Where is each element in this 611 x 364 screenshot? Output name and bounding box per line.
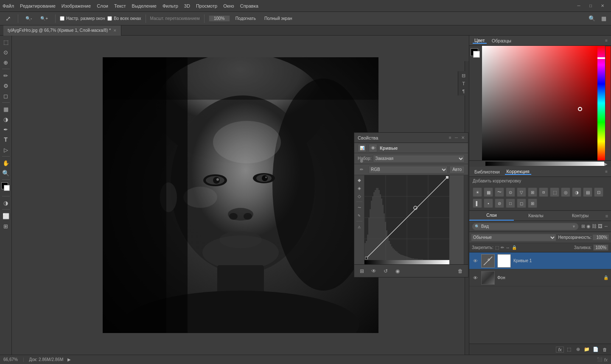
props-collapse-icon[interactable]: ─ — [455, 135, 458, 140]
menu-layers[interactable]: Слои — [97, 3, 108, 8]
gradient-corr-btn[interactable]: ▤ — [583, 188, 592, 197]
zoom-in-button[interactable]: 🔍+ — [37, 15, 51, 22]
channels-tab[interactable]: Каналы — [514, 211, 558, 221]
document-tab[interactable]: tylAygFxHro.jpg @ 66,7% (Кривые 1, Слой-… — [3, 25, 121, 36]
arrange-icon[interactable]: ⊞ — [1, 221, 11, 231]
color-swatches[interactable] — [1, 182, 11, 193]
adjustment-icon-2[interactable]: T — [462, 81, 465, 86]
fx-status-icon[interactable]: fx — [604, 357, 608, 362]
menu-window[interactable]: Окно — [223, 3, 234, 8]
paths-tab[interactable]: Контуры — [558, 211, 603, 221]
menu-select[interactable]: Выделение — [132, 3, 157, 8]
posterize-corr-btn[interactable]: ▪ — [484, 199, 493, 208]
select-tool-icon[interactable]: ⬚ — [1, 37, 11, 47]
lasso-tool-icon[interactable]: ⊙ — [1, 48, 11, 57]
curves-icon-btn[interactable]: 📊 — [358, 144, 366, 152]
pen-tool-icon[interactable]: ✒ — [1, 125, 11, 134]
delete-adj-icon[interactable]: 🗑 — [456, 267, 465, 275]
move-tool-icon[interactable]: ⤢ — [3, 13, 14, 24]
lock-artboard-icon[interactable]: ↔ — [506, 245, 510, 250]
props-options-icon[interactable]: ≡ — [449, 135, 451, 140]
exposure-corr-btn[interactable]: ⊙ — [506, 188, 515, 197]
eye-icon-btn[interactable]: 👁 — [369, 144, 377, 152]
screen-mode-icon[interactable]: ⬜ — [1, 211, 11, 221]
color-gradient-box[interactable] — [482, 46, 597, 160]
levels-corr-btn[interactable]: ▦ — [484, 188, 493, 197]
layers-filter-dropdown[interactable]: 🔍 Вид ▼ — [472, 223, 579, 230]
threshold-corr-btn[interactable]: ▌ — [473, 199, 482, 208]
eraser-tool-icon[interactable]: ◻ — [1, 91, 11, 101]
lock-pixel-icon[interactable]: ⬚ — [495, 245, 499, 250]
opacity-bar[interactable] — [605, 46, 611, 160]
type-tool-icon[interactable]: T — [1, 135, 11, 144]
menu-3d[interactable]: 3D — [184, 3, 190, 8]
swatches-tab[interactable]: Образцы — [490, 38, 513, 43]
new-mask-footer-btn[interactable]: ⬚ — [565, 346, 573, 353]
pencil-draw-tool[interactable]: ✎ — [356, 212, 363, 219]
layers-tab[interactable]: Слои — [469, 211, 514, 221]
tab-close-icon[interactable]: ✕ — [113, 28, 117, 33]
eye-footer-icon[interactable]: 👁 — [370, 267, 378, 275]
selectivecolor-corr-btn[interactable]: ⊡ — [594, 188, 603, 197]
eyedropper-gray-tool[interactable]: ◈ — [356, 185, 363, 191]
mask-icon[interactable]: 🖼 — [598, 224, 603, 229]
color-panel-options-icon[interactable]: ≡ — [605, 38, 608, 43]
fill-value[interactable]: 100% — [593, 244, 608, 251]
visibility-icon[interactable]: ◉ — [393, 267, 402, 275]
pattern-corr-btn[interactable]: ⊞ — [528, 199, 537, 208]
fg-bg-swatches[interactable] — [471, 48, 481, 59]
curve-point-tool[interactable]: ⊕ — [358, 157, 365, 165]
color-tab[interactable]: Цвет — [473, 38, 487, 44]
photofilter-corr-btn[interactable]: ◎ — [561, 188, 570, 197]
zoom-input[interactable]: 100% — [209, 15, 230, 22]
auto-button[interactable]: Авто — [449, 166, 465, 174]
smooth-tool[interactable]: 〜 — [356, 204, 363, 211]
new-adj-footer-btn[interactable]: ⊕ — [574, 346, 582, 353]
zoom-out-button[interactable]: 🔍- — [22, 15, 35, 22]
menu-text[interactable]: Текст — [114, 3, 126, 8]
curves-corr-btn[interactable]: 〜 — [495, 188, 504, 197]
link-icon[interactable]: ⛓ — [592, 224, 597, 229]
layer-item-background[interactable]: 👁 Фон 🔒 — [469, 269, 611, 286]
quick-mask-icon[interactable]: ◑ — [1, 198, 11, 207]
dodge-tool-icon[interactable]: ◑ — [1, 115, 11, 124]
timeline-icon[interactable]: ⬛ — [597, 357, 602, 362]
lock-all-icon[interactable]: 🔒 — [512, 245, 517, 250]
clips-icon[interactable]: ⊞ — [358, 267, 366, 275]
new-group-footer-btn[interactable]: 📁 — [583, 346, 591, 353]
color-spectrum-bar[interactable] — [597, 46, 605, 160]
curves-scrollbar[interactable] — [464, 175, 468, 264]
gradient-tool-icon[interactable]: ▦ — [1, 104, 11, 114]
vibrance-corr-btn[interactable]: ▽ — [517, 188, 526, 197]
eyedropper-black-tool[interactable]: ◆ — [356, 176, 363, 183]
new-group-icon[interactable]: ⊞ — [581, 224, 585, 229]
size-checkbox[interactable] — [60, 16, 64, 21]
curve-draw-tool[interactable]: ✏ — [358, 166, 365, 174]
brightness-corr-btn[interactable]: ☀ — [473, 188, 482, 197]
crop-tool-icon[interactable]: ⊕ — [1, 58, 11, 67]
menu-view[interactable]: Просмотр — [196, 3, 217, 8]
shape-tool-icon[interactable]: ▷ — [1, 145, 11, 154]
menu-help[interactable]: Справка — [240, 3, 258, 8]
solidcolor-corr-btn[interactable]: □ — [506, 199, 515, 208]
layers-tab-menu-icon[interactable]: ≡ — [603, 211, 611, 221]
bw-corr-btn[interactable]: ⬚ — [550, 188, 559, 197]
library-tab[interactable]: Библиотеки — [473, 169, 502, 174]
menu-filter[interactable]: Фильтр — [163, 3, 178, 8]
blend-mode-select[interactable]: Обычные — [471, 234, 556, 241]
background-color[interactable] — [473, 51, 480, 58]
colorbalance-corr-btn[interactable]: ⧈ — [539, 188, 548, 197]
zoom-tool-icon[interactable]: 🔍 — [1, 168, 11, 178]
reset-icon[interactable]: ↺ — [381, 267, 390, 275]
channelmix-corr-btn[interactable]: ◑ — [572, 188, 581, 197]
warning-tool[interactable]: ⚠ — [356, 224, 363, 230]
layer-eye-bg[interactable]: 👁 — [472, 274, 479, 281]
curves-graph-wrapper[interactable] — [364, 175, 464, 264]
close-button[interactable]: ✕ — [597, 0, 608, 12]
hsl-corr-btn[interactable]: ⊞ — [528, 188, 537, 197]
correction-panel-options-icon[interactable]: ≡ — [605, 169, 608, 174]
hand-tool-icon[interactable]: ✋ — [1, 158, 11, 168]
fullscreen-button[interactable]: Полный экран — [261, 15, 295, 22]
all-windows-checkbox[interactable] — [107, 16, 112, 21]
search-icon[interactable]: 🔍 — [587, 14, 597, 23]
